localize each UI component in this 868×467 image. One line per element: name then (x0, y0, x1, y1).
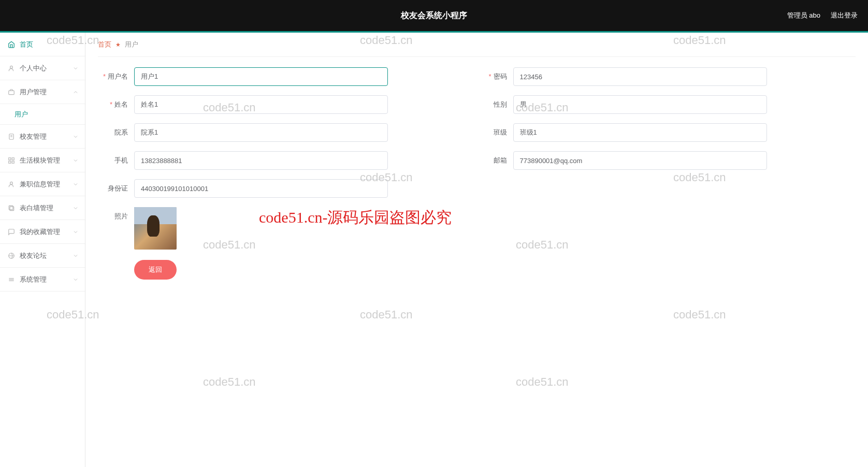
container: 首页 个人中心 用户管理 用户 校友 (0, 33, 868, 467)
sidebar-item-favorites[interactable]: 我的收藏管理 (0, 220, 85, 244)
sidebar-item-user-mgmt[interactable]: 用户管理 (0, 80, 85, 104)
class-label: 班级 (477, 123, 513, 142)
sidebar-item-forum[interactable]: 校友论坛 (0, 244, 85, 268)
chevron-down-icon (73, 253, 79, 259)
chevron-down-icon (73, 181, 79, 187)
user-icon (7, 180, 16, 188)
star-icon: ★ (115, 41, 121, 48)
dept-input[interactable] (134, 123, 388, 142)
header-right: 管理员 abo 退出登录 (787, 11, 858, 20)
idcard-input[interactable] (134, 179, 388, 198)
sidebar-subitem-user[interactable]: 用户 (0, 104, 85, 125)
message-icon (7, 228, 16, 236)
chevron-down-icon (73, 157, 79, 164)
sidebar-item-personal[interactable]: 个人中心 (0, 56, 85, 80)
chevron-up-icon (73, 89, 79, 95)
password-input[interactable] (513, 67, 767, 86)
chevron-down-icon (73, 134, 79, 140)
breadcrumb-home[interactable]: 首页 (98, 40, 111, 49)
sidebar-item-label: 表白墙管理 (20, 203, 53, 213)
globe-icon (7, 252, 16, 260)
password-label: 密码 (477, 67, 513, 86)
user-icon (7, 64, 16, 72)
clipboard-icon (7, 133, 16, 141)
sidebar-item-parttime[interactable]: 兼职信息管理 (0, 172, 85, 196)
user-form: 用户名 密码 姓名 性别 院系 班级 (98, 67, 856, 280)
sidebar-item-label: 校友管理 (20, 132, 47, 141)
chevron-down-icon (73, 65, 79, 71)
svg-rect-7 (9, 161, 11, 163)
admin-label[interactable]: 管理员 abo (787, 11, 820, 20)
svg-rect-5 (9, 157, 11, 159)
name-input[interactable] (134, 95, 388, 114)
gender-input[interactable] (513, 95, 767, 114)
svg-rect-11 (9, 206, 13, 210)
dept-label: 院系 (98, 123, 134, 142)
sidebar-item-label: 兼职信息管理 (20, 180, 60, 189)
main-content: 首页 ★ 用户 用户名 密码 姓名 性别 (85, 33, 868, 467)
sidebar-item-confession[interactable]: 表白墙管理 (0, 196, 85, 220)
sidebar-item-alumni[interactable]: 校友管理 (0, 125, 85, 149)
logout-link[interactable]: 退出登录 (831, 11, 858, 20)
sidebar-item-label: 校友论坛 (20, 251, 47, 260)
breadcrumb-current: 用户 (125, 40, 138, 49)
sidebar-item-label: 生活模块管理 (20, 156, 60, 165)
sidebar-item-label: 首页 (20, 40, 33, 49)
svg-rect-6 (12, 157, 14, 159)
phone-label: 手机 (98, 151, 134, 170)
svg-rect-1 (9, 91, 15, 95)
back-button[interactable]: 返回 (134, 260, 177, 280)
svg-point-9 (10, 182, 13, 184)
sidebar-item-life[interactable]: 生活模块管理 (0, 149, 85, 172)
chevron-down-icon (73, 205, 79, 211)
chevron-down-icon (73, 229, 79, 235)
gender-label: 性别 (477, 95, 513, 114)
email-input[interactable] (513, 151, 767, 170)
idcard-label: 身份证 (98, 179, 134, 198)
sidebar-item-label: 个人中心 (20, 64, 47, 73)
app-title: 校友会系统小程序 (0, 10, 868, 21)
sidebar-item-home[interactable]: 首页 (0, 33, 85, 56)
chevron-down-icon (73, 276, 79, 283)
copy-icon (7, 204, 16, 212)
breadcrumb: 首页 ★ 用户 (98, 33, 856, 57)
sidebar: 首页 个人中心 用户管理 用户 校友 (0, 33, 85, 467)
email-label: 邮箱 (477, 151, 513, 170)
photo-label: 照片 (98, 207, 134, 226)
grid-icon (7, 156, 16, 165)
name-label: 姓名 (98, 95, 134, 114)
username-input[interactable] (134, 67, 388, 86)
sidebar-item-label: 我的收藏管理 (20, 227, 60, 237)
svg-rect-10 (10, 207, 14, 211)
header: 校友会系统小程序 管理员 abo 退出登录 (0, 0, 868, 31)
home-icon (7, 40, 16, 49)
sidebar-item-label: 系统管理 (20, 275, 47, 284)
sidebar-item-label: 用户管理 (20, 87, 47, 97)
sidebar-item-system[interactable]: 系统管理 (0, 268, 85, 291)
username-label: 用户名 (98, 67, 134, 86)
class-input[interactable] (513, 123, 767, 142)
svg-rect-8 (12, 161, 14, 163)
briefcase-icon (7, 88, 16, 96)
photo-thumbnail[interactable] (134, 207, 177, 250)
phone-input[interactable] (134, 151, 388, 170)
svg-point-0 (10, 66, 13, 68)
settings-icon (7, 275, 16, 284)
sidebar-item-label: 用户 (15, 110, 28, 119)
